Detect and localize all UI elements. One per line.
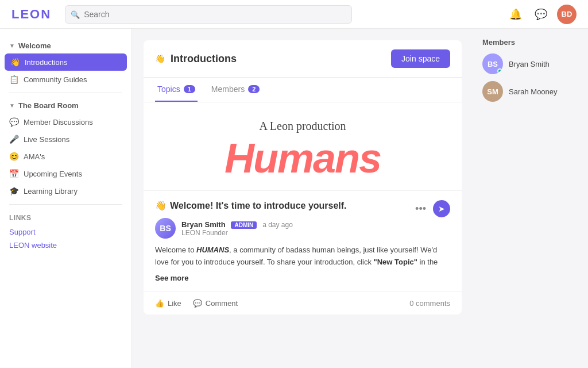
member-name-bryan: Bryan Smith — [509, 60, 550, 68]
link-leon-website[interactable]: LEON website — [9, 239, 122, 252]
sidebar-item-community-guides[interactable]: 📋 Community Guides — [0, 71, 131, 88]
post-body: 👋 Welcome! It's time to introduce yourse… — [144, 191, 462, 292]
post-text: Welcome to HUMANS, a community of badass… — [155, 244, 450, 269]
post-time: a day ago — [262, 221, 293, 229]
sidebar-divider-2 — [9, 204, 122, 205]
member-row-sarah: SM Sarah Mooney — [482, 81, 579, 102]
sidebar-item-label: Live Sessions — [24, 135, 69, 144]
comment-icon: 💬 — [193, 299, 202, 308]
community-guides-icon: 📋 — [9, 75, 19, 84]
chevron-down-icon: ▼ — [9, 43, 15, 49]
member-row-bryan: BS Bryan Smith — [482, 53, 579, 74]
author-name: Bryan Smith — [181, 220, 226, 229]
post-meta: BS Bryan Smith ADMIN a day ago LEON Foun… — [155, 218, 450, 239]
header-right: 🔔 💬 BD — [506, 5, 577, 24]
search-input[interactable] — [65, 5, 352, 24]
post-options-button[interactable]: ••• — [413, 203, 428, 215]
tab-topics-badge: 1 — [184, 85, 195, 93]
main-layout: ▼ Welcome 👋 Introductions 📋 Community Gu… — [0, 29, 588, 368]
page-title-row: 👋 Introductions — [155, 53, 237, 65]
member-avatar-placeholder-sarah: SM — [482, 81, 503, 102]
sidebar-item-label: Upcoming Events — [24, 170, 82, 178]
introductions-icon: 👋 — [10, 57, 20, 67]
hero-image: A Leon production Humans — [144, 102, 462, 191]
post-header-row: 👋 Welcome! It's time to introduce yourse… — [155, 200, 450, 218]
author-info: Bryan Smith ADMIN a day ago LEON Founder — [181, 220, 450, 237]
link-support[interactable]: Support — [9, 225, 122, 239]
tab-topics-label: Topics — [157, 85, 180, 94]
search-bar[interactable]: 🔍 — [65, 5, 352, 24]
chevron-down-icon-2: ▼ — [9, 102, 15, 109]
sidebar-item-label: AMA's — [24, 152, 45, 161]
member-discussions-icon: 💬 — [9, 117, 19, 126]
tab-members-label: Members — [211, 85, 245, 94]
sidebar-section-label-board-room: The Board Room — [18, 101, 79, 110]
sidebar-item-live-sessions[interactable]: 🎤 Live Sessions — [0, 131, 131, 148]
sidebar-item-upcoming-events[interactable]: 📅 Upcoming Events — [0, 165, 131, 182]
logo: LEON — [11, 7, 51, 22]
tab-topics[interactable]: Topics 1 — [155, 78, 198, 102]
post-actions: 👍 Like 💬 Comment 0 comments — [144, 292, 462, 315]
share-button[interactable]: ➤ — [433, 200, 450, 217]
like-label: Like — [168, 299, 181, 308]
like-button[interactable]: 👍 Like — [155, 299, 181, 308]
tabs-bar: Topics 1 Members 2 — [144, 78, 462, 102]
sidebar-item-label: Community Guides — [24, 75, 87, 84]
sidebar-section-welcome: ▼ Welcome 👋 Introductions 📋 Community Gu… — [0, 38, 131, 88]
notifications-icon[interactable]: 🔔 — [506, 5, 525, 24]
sidebar-item-amas[interactable]: 😊 AMA's — [0, 148, 131, 165]
sidebar-section-board-room: ▼ The Board Room 💬 Member Discussions 🎤 … — [0, 98, 131, 200]
search-icon: 🔍 — [71, 10, 80, 18]
headline-text: Welcome! It's time to introduce yourself… — [170, 201, 347, 211]
headline-icon: 👋 — [155, 200, 167, 211]
member-name-sarah: Sarah Mooney — [509, 87, 558, 96]
sidebar: ▼ Welcome 👋 Introductions 📋 Community Gu… — [0, 29, 132, 368]
sidebar-section-header-welcome[interactable]: ▼ Welcome — [0, 38, 131, 53]
messages-icon[interactable]: 💬 — [532, 5, 550, 24]
live-sessions-icon: 🎤 — [9, 135, 19, 144]
links-label: Links — [9, 214, 122, 222]
admin-badge: ADMIN — [231, 221, 257, 229]
amas-icon: 😊 — [9, 152, 19, 161]
hero-title: Humans — [225, 137, 381, 179]
comments-count: 0 comments — [409, 299, 450, 308]
author-role: LEON Founder — [181, 229, 450, 237]
post-options: ••• ➤ — [413, 200, 450, 217]
author-avatar: BS — [155, 218, 176, 239]
content-area: 👋 Introductions Join space Topics 1 Memb… — [132, 29, 473, 368]
member-avatar-sarah: SM — [482, 81, 503, 102]
sidebar-item-learning-library[interactable]: 🎓 Learning Library — [0, 182, 131, 200]
like-icon: 👍 — [155, 299, 164, 308]
sidebar-item-introductions[interactable]: 👋 Introductions — [5, 53, 127, 71]
learning-library-icon: 🎓 — [9, 186, 19, 195]
links-section: Links Support LEON website — [0, 209, 131, 256]
comment-button[interactable]: 💬 Comment — [193, 299, 238, 308]
post-headline: 👋 Welcome! It's time to introduce yourse… — [155, 200, 347, 211]
page-title: Introductions — [171, 53, 237, 65]
tab-members[interactable]: Members 2 — [209, 78, 262, 102]
online-indicator-bryan — [497, 68, 502, 74]
post-card: A Leon production Humans 👋 Welcome! It's… — [144, 102, 462, 315]
page-title-icon: 👋 — [155, 54, 165, 63]
sidebar-item-label: Learning Library — [24, 187, 78, 195]
right-panel: Members BS Bryan Smith SM Sarah Mooney — [473, 29, 588, 368]
user-avatar[interactable]: BD — [557, 5, 577, 24]
sidebar-divider — [9, 93, 122, 93]
header: LEON 🔍 🔔 💬 BD — [0, 0, 588, 29]
upcoming-events-icon: 📅 — [9, 169, 19, 178]
sidebar-section-label-welcome: Welcome — [18, 41, 51, 50]
join-space-button[interactable]: Join space — [391, 49, 450, 68]
sidebar-item-label: Introductions — [25, 58, 67, 67]
tab-members-badge: 2 — [248, 85, 260, 93]
member-avatar-bryan: BS — [482, 53, 503, 74]
page-header: 👋 Introductions Join space — [144, 40, 462, 78]
hero-subtitle: A Leon production — [259, 120, 346, 133]
sidebar-item-label: Member Discussions — [24, 118, 93, 126]
comment-label: Comment — [206, 299, 238, 308]
see-more-button[interactable]: See more — [155, 274, 189, 282]
members-label: Members — [482, 38, 579, 47]
author-avatar-placeholder: BS — [155, 218, 176, 239]
sidebar-item-member-discussions[interactable]: 💬 Member Discussions — [0, 113, 131, 131]
sidebar-section-header-board-room[interactable]: ▼ The Board Room — [0, 98, 131, 113]
